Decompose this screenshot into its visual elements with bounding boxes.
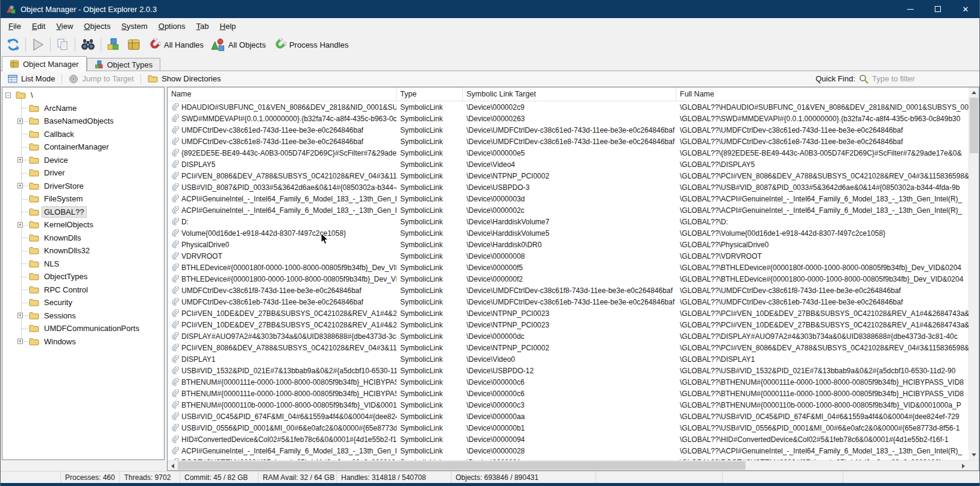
tree-item[interactable]: + BaseNamedObjects (2, 115, 164, 128)
scroll-left-button[interactable] (168, 461, 178, 471)
table-row[interactable]: HDAUDIO#SUBFUNC_01&VEN_8086&DEV_2818&NID… (168, 101, 969, 113)
package-view-button[interactable] (124, 36, 144, 54)
table-row[interactable]: UMDFCtrlDev-c38c61f8-743d-11ee-be3e-e0c2… (168, 285, 969, 296)
tree-item[interactable]: KnownDlls (2, 232, 164, 245)
tab-object-manager[interactable]: Object Manager (2, 56, 87, 72)
table-row[interactable]: Volume{00d16de1-e918-442d-8307-f497c2ce1… (168, 227, 969, 239)
menu-item[interactable]: Help (215, 19, 242, 33)
table-row[interactable]: USB#VID_0C45&PID_674F&MI_04#6&1559a4f4&0… (168, 411, 969, 422)
menu-item[interactable]: Edit (27, 19, 51, 33)
table-row[interactable]: DISPLAY5 SymbolicLink \Device\Video4 \GL… (168, 159, 969, 170)
table-row[interactable]: PhysicalDrive0 SymbolicLink \Device\Hard… (168, 239, 969, 250)
table-row[interactable]: PCI#VEN_8086&DEV_A788&SUBSYS_0C421028&RE… (168, 342, 969, 353)
tree-item[interactable]: RPC Control (2, 283, 164, 297)
status-segment (1, 472, 61, 483)
jump-to-target-button[interactable]: Jump to Target (65, 73, 137, 85)
table-row[interactable]: UMDFCtrlDev-c38c61eb-743d-11ee-be3e-e0c2… (168, 296, 969, 308)
table-row[interactable]: USB#VID_1532&PID_021E#7&13bbab9a&0&2#{a5… (168, 365, 969, 376)
filter-input[interactable] (872, 74, 975, 83)
minimize-button[interactable] (896, 0, 924, 18)
tree-item[interactable]: ContainerManager (2, 140, 164, 154)
table-row[interactable]: SWD#MMDEVAPI#{0.0.1.00000000}.{b32fa74c-… (168, 113, 969, 124)
tree-item[interactable]: + Sessions (2, 309, 164, 323)
column-header-target[interactable]: Symbolic Link Target (463, 87, 676, 101)
list-mode-button[interactable]: List Mode (4, 73, 58, 84)
tree-item[interactable]: + DriverStore (2, 180, 164, 193)
object-full-name: \GLOBAL??\DISPLAY#AUO97A2#4&303b734a&0&U… (676, 332, 969, 341)
column-header-name[interactable]: Name (168, 87, 397, 101)
expand-toggle[interactable]: + (17, 313, 23, 318)
collapse-toggle[interactable]: - (5, 92, 11, 98)
find-button[interactable] (77, 36, 99, 53)
link-icon (171, 218, 179, 226)
tree-item[interactable]: NLS (2, 257, 164, 271)
menu-item[interactable]: System (116, 19, 152, 33)
close-button[interactable]: ✕ (952, 0, 979, 18)
table-row[interactable]: DISPLAY1 SymbolicLink \Device\Video0 \GL… (168, 353, 969, 365)
scroll-right-button[interactable] (958, 461, 969, 471)
vertical-scrollbar[interactable] (969, 87, 979, 460)
menu-item[interactable]: View (51, 19, 78, 33)
table-row[interactable]: ACPI#GenuineIntel_-_Intel64_Family_6_Mod… (168, 204, 969, 216)
menu-item[interactable]: Tab (191, 19, 215, 33)
tree-item[interactable]: + Windows (2, 335, 164, 349)
tree-item[interactable]: FileSystem (2, 192, 164, 206)
table-row[interactable]: ACPI#GenuineIntel_-_Intel64_Family_6_Mod… (168, 193, 969, 204)
table-row[interactable]: USB#VID_8087&PID_0033#5&3642d6ae&0&14#{0… (168, 181, 969, 193)
table-row[interactable]: BTHLEDevice#{00001800-0000-1000-8000-008… (168, 273, 969, 285)
tree-item[interactable]: Security (2, 296, 164, 309)
process-handles-button[interactable]: Process Handles (269, 36, 352, 54)
table-row[interactable]: PCI#VEN_10DE&DEV_27BB&SUBSYS_0C421028&RE… (168, 319, 969, 330)
table-body: HDAUDIO#SUBFUNC_01&VEN_8086&DEV_2818&NID… (168, 101, 969, 460)
tree-item[interactable]: ArcName (2, 102, 164, 115)
table-row[interactable]: DISPLAY#AUO97A2#4&303b734a&0&UID8388688#… (168, 330, 969, 342)
menu-item[interactable]: Options (153, 19, 191, 33)
table-row[interactable]: BTHENUM#{0000111e-0000-1000-8000-00805f9… (168, 388, 969, 399)
table-row[interactable]: HID#ConvertedDevice&Col02#5&1feb78c6&0&0… (168, 434, 969, 445)
table-row[interactable]: D: SymbolicLink \Device\HarddiskVolume7 … (168, 216, 969, 227)
tab-object-types[interactable]: Object Types (87, 58, 161, 71)
table-row[interactable]: VDRVROOT SymbolicLink \Device\00000008 \… (168, 250, 969, 262)
table-row[interactable]: BTHENUM#{0000110b-0000-1000-8000-00805f9… (168, 399, 969, 411)
horizontal-scrollbar[interactable] (168, 460, 979, 470)
maximize-button[interactable] (924, 0, 952, 18)
scroll-down-button[interactable] (969, 450, 979, 460)
table-row[interactable]: BTHENUM#{0000111e-0000-1000-8000-00805f9… (168, 376, 969, 388)
tree-item[interactable]: Driver (2, 166, 164, 180)
table-row[interactable]: ACPI#GenuineIntel_-_Intel64_Family_6_Mod… (168, 445, 969, 456)
expand-toggle[interactable]: + (17, 339, 23, 344)
all-handles-button[interactable]: All Handles (144, 36, 207, 54)
play-button[interactable] (28, 36, 48, 54)
tree-item[interactable]: KnownDlls32 (2, 244, 164, 257)
tree-item[interactable]: GLOBAL?? (2, 206, 164, 219)
tree-item[interactable]: Callback (2, 128, 164, 141)
expand-toggle[interactable]: + (17, 222, 23, 227)
tree-item[interactable]: UMDFCommunicationPorts (2, 322, 164, 335)
show-directories-button[interactable]: Show Directories (144, 73, 224, 84)
table-row[interactable]: BTHLEDevice#{0000180f-0000-1000-8000-008… (168, 262, 969, 273)
scroll-up-button[interactable] (969, 87, 979, 98)
column-header-fullname[interactable]: Full Name (676, 87, 969, 101)
objects-view-button[interactable] (103, 36, 124, 54)
column-header-type[interactable]: Type (397, 87, 463, 101)
expand-toggle[interactable]: + (17, 183, 23, 189)
menu-item[interactable]: File (3, 19, 27, 33)
table-row[interactable]: PCI#VEN_8086&DEV_A788&SUBSYS_0C421028&RE… (168, 170, 969, 181)
all-objects-button[interactable]: All Objects (207, 36, 269, 54)
vertical-scroll-thumb[interactable] (970, 98, 978, 153)
table-row[interactable]: PCI#VEN_10DE&DEV_27BB&SUBSYS_0C421028&RE… (168, 308, 969, 319)
table-row[interactable]: {892EDE5E-BE49-443c-A0B3-005D74F2D69C}#S… (168, 147, 969, 159)
table-row[interactable]: USB#VID_0556&PID_0001&MI_00#6&e0afc2&0&0… (168, 422, 969, 434)
copy-button[interactable] (52, 36, 73, 54)
table-row[interactable]: UMDFCtrlDev-c38c61e8-743d-11ee-be3e-e0c2… (168, 136, 969, 147)
expand-toggle[interactable]: + (17, 157, 23, 163)
tree-item[interactable]: + Device (2, 154, 164, 167)
tree-item[interactable]: + KernelObjects (2, 218, 164, 232)
refresh-button[interactable] (3, 36, 24, 54)
table-row[interactable]: UMDFCtrlDev-c38c61ed-743d-11ee-be3e-e0c2… (168, 124, 969, 136)
tree-item-root[interactable]: - \ (2, 89, 164, 102)
tree-item[interactable]: ObjectTypes (2, 270, 164, 283)
horizontal-scroll-thumb[interactable] (178, 461, 746, 470)
menu-item[interactable]: Objects (78, 19, 116, 33)
expand-toggle[interactable]: + (17, 118, 23, 124)
